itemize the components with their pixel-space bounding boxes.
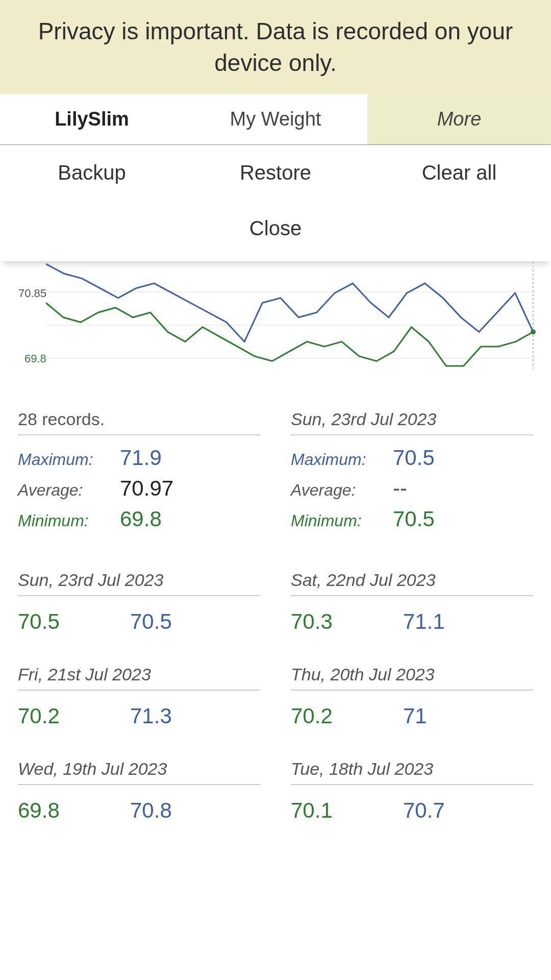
stat-row: Average:70.97: [18, 473, 260, 504]
record-max: 70.5: [130, 609, 172, 634]
stat-row: Minimum:69.8: [18, 504, 260, 534]
tab-myweight[interactable]: My Weight: [184, 94, 367, 144]
record-values: 70.271.3: [18, 704, 260, 728]
record-values: 70.570.5: [18, 609, 260, 634]
chart-end-dot: [531, 330, 536, 335]
record-card[interactable]: Fri, 21st Jul 202370.271.3: [18, 665, 260, 728]
record-max: 70.7: [403, 798, 445, 823]
stat-row: Maximum:70.5: [291, 443, 533, 473]
record-max: 71.1: [403, 609, 445, 634]
stat-label: Maximum:: [291, 450, 393, 469]
record-card[interactable]: Sun, 23rd Jul 202370.570.5: [18, 570, 260, 634]
menu-restore[interactable]: Restore: [184, 145, 367, 201]
record-max: 71: [403, 704, 427, 728]
summary-day: Sun, 23rd Jul 2023 Maximum:70.5Average:-…: [291, 409, 533, 534]
stat-label: Average:: [18, 481, 120, 500]
stat-row: Minimum:70.5: [291, 504, 533, 534]
record-card[interactable]: Wed, 19th Jul 202369.870.8: [18, 759, 260, 823]
record-values: 70.170.7: [291, 798, 533, 823]
menu-close[interactable]: Close: [0, 201, 551, 256]
record-date: Wed, 19th Jul 2023: [18, 759, 260, 785]
summary-overall: 28 records. Maximum:71.9Average:70.97Min…: [18, 409, 260, 534]
more-menu: Backup Restore Clear all Close: [0, 145, 551, 261]
summary-overall-title: 28 records.: [18, 409, 260, 435]
record-values: 70.371.1: [291, 609, 533, 634]
tab-more[interactable]: More: [367, 94, 551, 144]
record-min: 69.8: [18, 798, 130, 823]
record-card[interactable]: Tue, 18th Jul 202370.170.7: [291, 759, 533, 823]
stat-label: Minimum:: [291, 511, 393, 530]
record-max: 71.3: [130, 704, 172, 728]
record-date: Sat, 22nd Jul 2023: [291, 570, 533, 596]
menu-backup[interactable]: Backup: [0, 145, 184, 201]
chart-svg: [46, 261, 536, 369]
stat-row: Maximum:71.9: [18, 443, 260, 473]
stat-value: 69.8: [120, 507, 162, 531]
records-list: Sun, 23rd Jul 202370.570.5Sat, 22nd Jul …: [0, 534, 551, 823]
stat-label: Minimum:: [18, 511, 120, 530]
record-min: 70.2: [291, 704, 403, 728]
record-values: 70.271: [291, 704, 533, 728]
record-values: 69.870.8: [18, 798, 260, 823]
stat-row: Average:--: [291, 473, 533, 504]
menu-clearall[interactable]: Clear all: [367, 145, 551, 201]
record-min: 70.1: [291, 798, 403, 823]
weight-chart: 70.85 69.8: [0, 261, 536, 369]
stat-label: Maximum:: [18, 450, 120, 469]
tab-lilyslim[interactable]: LilySlim: [0, 94, 184, 144]
stat-value: 70.5: [393, 446, 435, 470]
summary-stats: 28 records. Maximum:71.9Average:70.97Min…: [0, 369, 551, 534]
stat-value: 70.97: [120, 476, 173, 501]
chart-ytick: 70.85: [18, 287, 46, 300]
stat-value: --: [393, 476, 407, 501]
chart-ytick-min: 69.8: [24, 352, 46, 365]
stat-label: Average:: [291, 481, 393, 500]
record-date: Fri, 21st Jul 2023: [18, 665, 260, 691]
stat-value: 71.9: [120, 446, 162, 470]
stat-value: 70.5: [393, 507, 435, 531]
chart-series-max: [46, 264, 533, 341]
record-date: Tue, 18th Jul 2023: [291, 759, 533, 785]
record-max: 70.8: [130, 798, 172, 823]
record-min: 70.5: [18, 609, 130, 634]
tab-bar: LilySlim My Weight More: [0, 94, 551, 145]
chart-series-min: [46, 303, 533, 366]
privacy-banner-text: Privacy is important. Data is recorded o…: [20, 15, 531, 79]
privacy-banner: Privacy is important. Data is recorded o…: [0, 0, 551, 94]
record-card[interactable]: Sat, 22nd Jul 202370.371.1: [291, 570, 533, 634]
record-date: Sun, 23rd Jul 2023: [18, 570, 260, 596]
record-card[interactable]: Thu, 20th Jul 202370.271: [291, 665, 533, 728]
record-min: 70.2: [18, 704, 130, 728]
record-date: Thu, 20th Jul 2023: [291, 665, 533, 691]
record-min: 70.3: [291, 609, 403, 634]
summary-day-title: Sun, 23rd Jul 2023: [291, 409, 533, 435]
